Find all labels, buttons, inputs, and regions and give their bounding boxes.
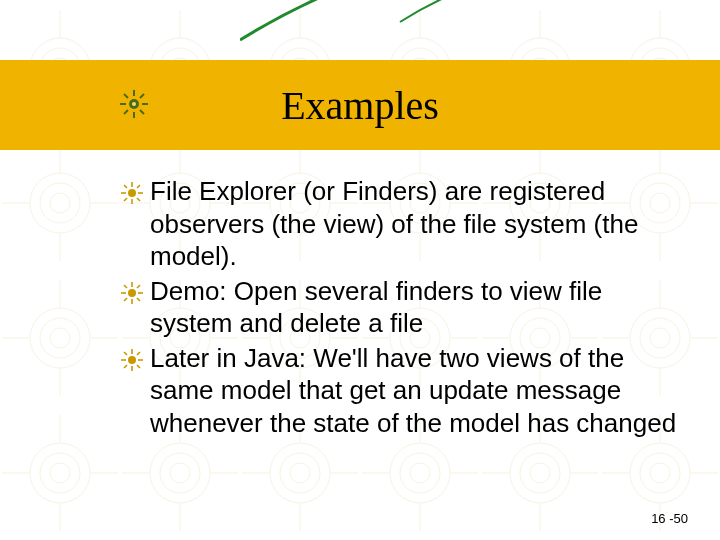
bullet-burst-icon	[120, 348, 144, 372]
svg-line-31	[124, 298, 127, 301]
slide-number: 16 -50	[651, 511, 688, 526]
slide-title: Examples	[281, 82, 439, 129]
bullet-text: Later in Java: We'll have two views of t…	[150, 342, 680, 440]
svg-line-39	[137, 365, 140, 368]
svg-line-41	[137, 352, 140, 355]
svg-line-20	[124, 185, 127, 188]
svg-line-40	[124, 365, 127, 368]
bullet-text: File Explorer (or Finders) are registere…	[150, 175, 680, 273]
svg-line-32	[137, 285, 140, 288]
bullet-burst-icon	[120, 281, 144, 305]
list-item: Demo: Open several finders to view file …	[120, 275, 680, 340]
burst-icon	[120, 90, 148, 118]
bullet-text: Demo: Open several finders to view file …	[150, 275, 680, 340]
svg-point-24	[128, 289, 136, 297]
svg-line-13	[140, 94, 144, 98]
content-area: File Explorer (or Finders) are registere…	[120, 175, 680, 441]
svg-line-38	[124, 352, 127, 355]
svg-point-33	[128, 356, 136, 364]
svg-line-12	[124, 110, 128, 114]
svg-line-30	[137, 298, 140, 301]
bullet-burst-icon	[120, 181, 144, 205]
svg-line-10	[124, 94, 128, 98]
svg-line-22	[124, 198, 127, 201]
svg-line-11	[140, 110, 144, 114]
svg-line-29	[124, 285, 127, 288]
svg-point-15	[128, 189, 136, 197]
svg-line-23	[137, 185, 140, 188]
title-bar: Examples	[0, 60, 720, 150]
svg-line-21	[137, 198, 140, 201]
list-item: File Explorer (or Finders) are registere…	[120, 175, 680, 273]
svg-point-14	[132, 102, 136, 106]
list-item: Later in Java: We'll have two views of t…	[120, 342, 680, 440]
